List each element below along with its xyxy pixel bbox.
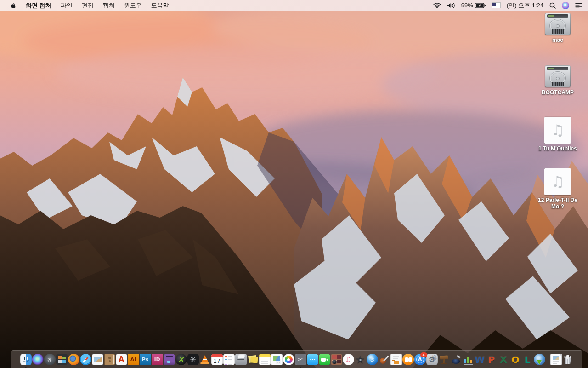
drive-pcb <box>547 67 568 70</box>
contacts-icon[interactable] <box>104 354 115 365</box>
trash-icon[interactable] <box>562 354 574 365</box>
clock[interactable]: (일) 오후 1:24 <box>507 1 543 10</box>
greeting-card-icon[interactable] <box>271 354 283 365</box>
battery-icon <box>475 3 486 8</box>
desktop: 화면 캡처 파일 편집 캡처 윈도우 도움말 <box>0 0 588 368</box>
launchpad-glyph: ✈ <box>46 356 53 363</box>
siri-icon[interactable] <box>32 354 44 365</box>
wallpaper-art <box>0 0 588 368</box>
menu-bar-left: 화면 캡처 파일 편집 캡처 윈도우 도움말 <box>0 1 174 10</box>
reminders-icon[interactable] <box>223 354 235 365</box>
menu-window[interactable]: 윈도우 <box>119 1 147 10</box>
apple-menu[interactable] <box>6 2 21 9</box>
volume-icon[interactable] <box>447 3 455 8</box>
photos-icon[interactable] <box>283 354 294 365</box>
desktop-icon-bootcamp[interactable]: BOOTCAMP <box>531 65 584 96</box>
photo-booth-icon[interactable] <box>331 354 342 365</box>
pages-09-icon[interactable]: ✒ <box>450 354 462 365</box>
pages-09-glyph: ✒ <box>455 353 463 361</box>
menu-edit[interactable]: 편집 <box>77 1 98 10</box>
desktop-icon-mac[interactable]: mac <box>531 13 584 44</box>
lync-glyph: L <box>525 355 531 364</box>
desktop-icon-label: 1 Tu M'Oublies <box>531 146 584 152</box>
toast-icon[interactable] <box>164 354 175 365</box>
hard-drive-icon <box>545 65 571 87</box>
drive-pcb <box>547 14 568 18</box>
powerpoint-icon[interactable]: P <box>486 354 498 365</box>
launchpad-icon[interactable]: ✈ <box>44 354 56 365</box>
word-glyph: W <box>475 355 485 364</box>
battery-percent: 99% <box>461 2 473 9</box>
photoshop-icon[interactable]: Ps <box>140 354 151 365</box>
green-x-app-icon[interactable]: X <box>175 354 187 365</box>
calendar-icon[interactable]: 17 <box>211 354 223 365</box>
garageband-icon[interactable] <box>379 354 390 365</box>
spotlight-icon[interactable] <box>549 2 556 9</box>
firefox-icon[interactable] <box>68 354 79 365</box>
illustrator-icon[interactable]: Ai <box>128 354 139 365</box>
word-icon[interactable]: W <box>474 354 486 365</box>
keynote-09-glyph <box>441 363 447 365</box>
audio-file-icon: ♫ <box>544 168 571 195</box>
app-store-glyph: A <box>418 357 422 362</box>
finder-icon[interactable] <box>20 354 32 365</box>
preview-icon[interactable] <box>92 354 103 365</box>
lync-icon[interactable]: L <box>522 354 533 365</box>
grab-icon[interactable]: ✂ <box>295 354 306 365</box>
dock: ✈AAiPsIDX✳17✂⋯♫★✇A4⚙✒WPXOL▼ <box>11 350 582 368</box>
desktop-icon-label: 12 Parle-T-Il De Moi? <box>531 197 584 210</box>
indesign-icon[interactable]: ID <box>152 354 163 365</box>
imovie-glyph: ★ <box>355 354 365 365</box>
aperture-glyph: ✳ <box>190 356 196 363</box>
app-store-icon[interactable]: A4 <box>414 354 426 365</box>
itunes-icon[interactable]: ♫ <box>343 354 354 365</box>
wifi-icon[interactable] <box>433 2 441 8</box>
music-note-icon: ♫ <box>551 121 565 139</box>
drive-vents <box>552 82 564 86</box>
menu-file[interactable]: 파일 <box>56 1 77 10</box>
active-app-menu[interactable]: 화면 캡처 <box>21 1 56 10</box>
mail-drop-icon[interactable] <box>235 354 247 365</box>
illustrator-glyph: Ai <box>130 357 136 362</box>
notification-center-icon[interactable] <box>575 3 582 8</box>
powerpoint-glyph: P <box>488 355 495 364</box>
input-source-flag-icon[interactable] <box>492 2 501 8</box>
menu-capture[interactable]: 캡처 <box>98 1 119 10</box>
aperture-icon[interactable]: ✳ <box>187 354 199 365</box>
mission-control-icon[interactable] <box>56 354 68 365</box>
document-file-icon[interactable] <box>550 354 562 365</box>
outlook-glyph: O <box>511 355 519 364</box>
unarchiver-icon[interactable] <box>390 354 402 365</box>
stickies-icon[interactable] <box>247 354 259 365</box>
messages-icon[interactable]: ⋯ <box>307 354 318 365</box>
ms-autoupdate-glyph: ▼ <box>537 359 542 365</box>
system-preferences-icon[interactable]: ⚙ <box>426 354 438 365</box>
excel-icon[interactable]: X <box>498 354 509 365</box>
green-x-app-glyph: X <box>179 356 183 362</box>
messages-glyph: ⋯ <box>310 356 315 362</box>
itunes-glyph: ♫ <box>345 356 351 363</box>
dvd-player-icon[interactable]: ✇ <box>367 354 378 365</box>
numbers-09-icon[interactable] <box>462 354 474 365</box>
siri-icon[interactable] <box>562 2 569 9</box>
ms-autoupdate-icon[interactable]: ▼ <box>534 354 545 365</box>
calendar-glyph: 17 <box>213 358 220 364</box>
notes-icon[interactable] <box>259 354 271 365</box>
safari-icon[interactable] <box>80 354 91 365</box>
dvd-player-glyph: ✇ <box>370 356 375 362</box>
acrobat-reader-icon[interactable]: A <box>116 354 127 365</box>
desktop-icon-audio-2[interactable]: ♫ 12 Parle-T-Il De Moi? <box>531 168 584 210</box>
imovie-icon[interactable]: ★ <box>355 354 366 365</box>
apple-icon <box>10 2 17 9</box>
vlc-icon[interactable] <box>199 354 211 365</box>
wallpaper <box>0 0 588 368</box>
vlc-glyph <box>200 362 209 364</box>
keynote-09-icon[interactable] <box>438 354 450 365</box>
desktop-icon-audio-1[interactable]: ♫ 1 Tu M'Oublies <box>531 117 584 152</box>
facetime-icon[interactable] <box>319 354 330 365</box>
outlook-icon[interactable]: O <box>510 354 521 365</box>
drive-vents <box>552 29 564 34</box>
battery-status[interactable]: 99% <box>461 2 486 9</box>
ibooks-icon[interactable] <box>402 354 414 365</box>
menu-help[interactable]: 도움말 <box>147 1 174 10</box>
